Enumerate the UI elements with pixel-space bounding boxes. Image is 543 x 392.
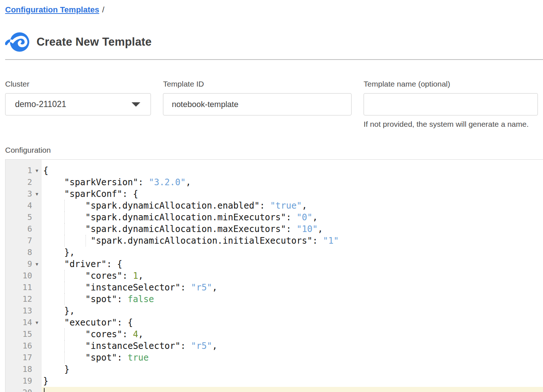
code-line[interactable]: 2 "sparkVersion": "3.2.0", xyxy=(5,176,543,188)
cluster-label: Cluster xyxy=(5,80,151,88)
template-form: Cluster demo-211021 Template ID Template… xyxy=(5,80,538,129)
line-number: 14 xyxy=(5,317,32,328)
code-line-content[interactable]: } xyxy=(42,375,543,387)
code-line-content[interactable]: "instanceSelector": "r5", xyxy=(42,282,543,293)
code-token: "r5" xyxy=(191,282,212,293)
code-line[interactable]: 19} xyxy=(5,375,543,387)
gutter-cell: 16 xyxy=(5,340,42,352)
create-template-page: Configuration Templates/ Create New Temp… xyxy=(0,0,543,392)
indent-guide xyxy=(64,200,65,212)
code-token: 4 xyxy=(133,329,138,339)
breadcrumb-link-configuration-templates[interactable]: Configuration Templates xyxy=(5,5,99,14)
indent-guide xyxy=(64,293,65,305)
code-line-content[interactable]: "spark.dynamicAllocation.initialExecutor… xyxy=(42,235,543,247)
line-number: 18 xyxy=(5,364,32,375)
line-number: 2 xyxy=(5,176,32,188)
code-line-content[interactable]: "executor": { xyxy=(42,317,543,328)
code-line-content[interactable]: "sparkVersion": "3.2.0", xyxy=(42,176,543,188)
template-id-field: Template ID xyxy=(163,80,352,129)
code-line[interactable]: 15 "cores": 4, xyxy=(5,328,543,340)
code-line[interactable]: 20 xyxy=(5,387,543,392)
code-line[interactable]: 7 "spark.dynamicAllocation.initialExecut… xyxy=(5,235,543,247)
indent-guide xyxy=(64,340,65,352)
code-line[interactable]: 6 "spark.dynamicAllocation.maxExecutors"… xyxy=(5,223,543,235)
code-line[interactable]: 5 "spark.dynamicAllocation.minExecutors"… xyxy=(5,212,543,223)
indent-guide xyxy=(64,270,65,282)
breadcrumb-separator: / xyxy=(102,5,105,14)
code-line[interactable]: 18 } xyxy=(5,364,543,375)
code-line-content[interactable]: "cores": 4, xyxy=(42,328,543,340)
code-line-content[interactable]: }, xyxy=(42,247,543,258)
code-line[interactable]: 10 "cores": 1, xyxy=(5,270,543,282)
indent-guide xyxy=(86,235,86,247)
template-name-field: Template name (optional) If not provided… xyxy=(364,80,538,129)
code-line[interactable]: 9▾ "driver": { xyxy=(5,258,543,270)
line-number: 17 xyxy=(5,352,32,364)
code-line[interactable]: 16 "instanceSelector": "r5", xyxy=(5,340,543,352)
configuration-label: Configuration xyxy=(5,145,538,155)
text-cursor xyxy=(44,388,45,392)
code-line[interactable]: 13 }, xyxy=(5,305,543,317)
code-line-content[interactable]: { xyxy=(42,165,543,176)
gutter-cell: 6 xyxy=(5,223,42,235)
code-line[interactable]: 12 "spot": false xyxy=(5,293,543,305)
fold-arrow-icon[interactable]: ▾ xyxy=(32,317,42,328)
line-number: 3 xyxy=(5,188,32,200)
gutter-cell: 3▾ xyxy=(5,188,42,200)
gutter-cell: 19 xyxy=(5,375,42,387)
ocean-wave-logo-icon xyxy=(5,31,30,53)
code-line[interactable]: 1▾{ xyxy=(5,165,543,176)
code-line[interactable]: 11 "instanceSelector": "r5", xyxy=(5,282,543,293)
template-id-input[interactable] xyxy=(163,93,352,115)
gutter-cell: 4 xyxy=(5,200,42,212)
editor-content[interactable]: 1▾{2 "sparkVersion": "3.2.0",3▾ "sparkCo… xyxy=(5,160,543,392)
cluster-select[interactable]: demo-211021 xyxy=(5,93,151,115)
fold-arrow-icon[interactable]: ▾ xyxy=(32,258,42,270)
line-number: 15 xyxy=(5,328,32,340)
fold-arrow-icon[interactable]: ▾ xyxy=(32,188,42,200)
indent-guide xyxy=(64,223,65,235)
code-line-content[interactable]: }, xyxy=(42,305,543,317)
code-line[interactable]: 4 "spark.dynamicAllocation.enabled": "tr… xyxy=(5,200,543,212)
template-name-input[interactable] xyxy=(364,93,538,115)
line-number: 13 xyxy=(5,305,32,317)
code-token: "1" xyxy=(323,236,339,246)
code-line-content[interactable]: "spot": false xyxy=(42,293,543,305)
indent-guide xyxy=(64,328,65,340)
gutter-cell: 10 xyxy=(5,270,42,282)
code-line-content[interactable]: "spark.dynamicAllocation.enabled": "true… xyxy=(42,200,543,212)
line-number: 6 xyxy=(5,223,32,235)
cluster-select-value: demo-211021 xyxy=(15,99,66,109)
line-number: 1 xyxy=(5,165,32,176)
line-number: 11 xyxy=(5,282,32,293)
indent-guide xyxy=(64,282,65,293)
code-line-content[interactable]: "spot": true xyxy=(42,352,543,364)
code-line[interactable]: 3▾ "sparkConf": { xyxy=(5,188,543,200)
code-line-content[interactable]: "sparkConf": { xyxy=(42,188,543,200)
fold-arrow-icon[interactable]: ▾ xyxy=(32,165,42,176)
code-line-content[interactable]: "driver": { xyxy=(42,258,543,270)
line-number: 10 xyxy=(5,270,32,282)
code-line-content[interactable]: } xyxy=(42,364,543,375)
gutter-cell: 1▾ xyxy=(5,165,42,176)
code-line-content[interactable]: "instanceSelector": "r5", xyxy=(42,340,543,352)
code-token: true xyxy=(128,353,149,363)
code-line-content[interactable]: "spark.dynamicAllocation.minExecutors": … xyxy=(42,212,543,223)
code-line[interactable]: 8 }, xyxy=(5,247,543,258)
code-token: false xyxy=(128,294,154,304)
code-line-content[interactable]: "cores": 1, xyxy=(42,270,543,282)
gutter-cell: 14▾ xyxy=(5,317,42,328)
template-name-helper-text: If not provided, the system will generat… xyxy=(364,120,538,129)
configuration-code-editor[interactable]: 1▾{2 "sparkVersion": "3.2.0",3▾ "sparkCo… xyxy=(5,159,543,392)
code-token: "3.2.0" xyxy=(149,177,186,187)
code-line-content[interactable] xyxy=(42,387,543,392)
code-line-content[interactable]: "spark.dynamicAllocation.maxExecutors": … xyxy=(42,223,543,235)
gutter-cell: 5 xyxy=(5,212,42,223)
header-divider xyxy=(5,59,543,60)
code-line[interactable]: 17 "spot": true xyxy=(5,352,543,364)
code-token: "0" xyxy=(297,212,312,222)
line-number: 20 xyxy=(5,387,32,392)
template-id-label: Template ID xyxy=(163,80,352,88)
code-line[interactable]: 14▾ "executor": { xyxy=(5,317,543,328)
indent-guide xyxy=(64,352,65,364)
